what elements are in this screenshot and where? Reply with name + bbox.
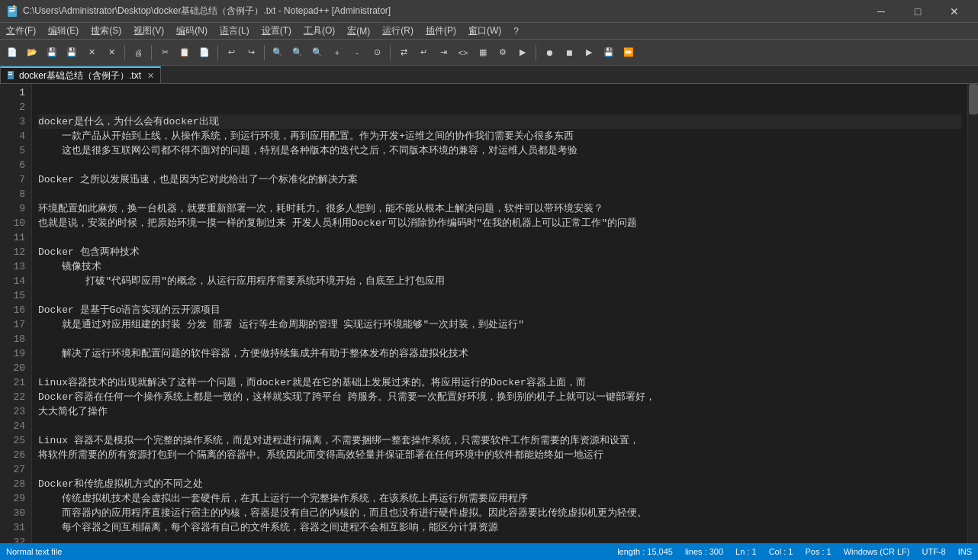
code-line: 也就是说，安装的时候，把原始环境一摸一样的复制过来 开发人员利用Docker可以… [38,216,961,230]
tb-indent[interactable]: ⇥ [434,43,452,62]
svg-rect-5 [8,71,14,79]
menu-file[interactable]: 文件(F) [0,23,42,39]
tb-play[interactable]: ▶ [580,43,598,62]
tb-find[interactable]: 🔍 [269,43,287,62]
tab-close-button[interactable]: ✕ [147,71,154,81]
line-number: 11 [3,230,25,245]
code-line: 大大简化了操作 [38,404,961,419]
file-tab-icon [7,71,16,80]
minimize-button[interactable]: ─ [864,0,899,23]
tb-zoomout[interactable]: - [348,43,366,62]
status-left: Normal text file [6,547,62,556]
tb-wrap[interactable]: ↵ [414,43,433,62]
code-line: Docker 之所以发展迅速，也是因为它对此给出了一个标准化的解决方案 [38,172,961,187]
tb-xml[interactable]: <> [454,43,472,62]
tb-cut[interactable]: ✂ [156,43,174,62]
tb-zoomin[interactable]: + [328,43,346,62]
svg-rect-4 [13,5,15,8]
menu-tools[interactable]: 工具(O) [298,23,341,39]
menu-plugins[interactable]: 插件(P) [420,23,462,39]
menu-run[interactable]: 运行(R) [376,23,420,39]
tb-saveall[interactable]: 💾 [63,43,81,62]
tb-sync[interactable]: ⇄ [394,43,413,62]
tb-record[interactable]: ⏺ [540,43,558,62]
tb-redo[interactable]: ↪ [242,43,260,62]
line-number: 25 [3,433,25,448]
line-number: 7 [3,172,25,187]
line-number: 1 [3,85,25,100]
tb-save-macro[interactable]: 💾 [600,43,618,62]
vertical-scrollbar[interactable] [967,84,978,543]
menu-help[interactable]: ? [507,23,525,39]
status-length: length : 15,045 [617,547,673,556]
tb-print[interactable]: 🖨 [129,43,147,62]
line-number: 10 [3,216,25,230]
line-number: 12 [3,245,25,259]
svg-rect-1 [9,8,15,9]
status-bar: Normal text file length : 15,045 lines :… [0,543,978,560]
code-line: Docker容器在任何一个操作系统上都是一致的，这样就实现了跨平台 跨服务。只需… [38,390,961,404]
code-line: Linux容器技术的出现就解决了这样一个问题，而docker就是在它的基础上发展… [38,375,961,390]
menu-macro[interactable]: 宏(M) [341,23,376,39]
line-number: 31 [3,520,25,535]
line-number: 24 [3,419,25,433]
menu-search[interactable]: 搜索(S) [85,23,127,39]
svg-rect-7 [8,74,12,75]
tb-close[interactable]: ✕ [82,43,101,62]
status-file-type: Normal text file [6,547,62,556]
code-line: 一款产品从开始到上线，从操作系统，到运行环境，再到应用配置。作为开发+运维之间的… [38,129,961,143]
tb-run-macro[interactable]: ⏩ [619,43,638,62]
menu-encode[interactable]: 编码(N) [170,23,214,39]
tb-paste[interactable]: 📄 [195,43,214,62]
line-number: 14 [3,274,25,288]
line-number: 20 [3,361,25,375]
line-number: 30 [3,506,25,520]
code-line [38,419,961,433]
code-line [38,187,961,201]
code-line [38,462,961,477]
tb-copy[interactable]: 📋 [175,43,194,62]
menu-window[interactable]: 窗口(W) [462,23,507,39]
status-line-ending: Windows (CR LF) [844,547,910,556]
line-number: 6 [3,158,25,172]
tb-block[interactable]: ▦ [474,43,492,62]
scrollbar-thumb[interactable] [969,84,978,114]
tb-new[interactable]: 📄 [3,43,21,62]
tb-stop[interactable]: ⏹ [560,43,578,62]
code-area[interactable]: docker是什么，为什么会有docker出现 一款产品从开始到上线，从操作系统… [32,84,967,543]
line-number: 15 [3,288,25,303]
menu-settings[interactable]: 设置(T) [256,23,298,39]
tb-zoomreset[interactable]: ⊙ [368,43,386,62]
notepad-icon [6,5,18,18]
menu-language[interactable]: 语言(L) [214,23,256,39]
maximize-button[interactable]: □ [900,0,935,23]
line-numbers: 1234567891011121314151617181920212223242… [0,84,32,543]
status-right: length : 15,045 lines : 300 Ln : 1 Col :… [617,547,972,556]
toolbar-separator-4 [264,45,265,60]
line-number: 9 [3,201,25,216]
code-line: 传统虚拟机技术是会虚拟出一套硬件后，在其上运行一个完整操作系统，在该系统上再运行… [38,491,961,506]
tb-undo[interactable]: ↩ [222,43,240,62]
svg-rect-3 [9,11,14,12]
code-line: 环境配置如此麻烦，换一台机器，就要重新部署一次，耗时耗力。很多人想到，能不能从根… [38,201,961,216]
code-line [38,361,961,375]
menu-bar: 文件(F) 编辑(E) 搜索(S) 视图(V) 编码(N) 语言(L) 设置(T… [0,23,978,40]
menu-view[interactable]: 视图(V) [127,23,170,39]
tb-run[interactable]: ▶ [513,43,532,62]
tb-findnext[interactable]: 🔍 [288,43,307,62]
tb-open[interactable]: 📂 [23,43,41,62]
status-ln: Ln : 1 [735,547,757,556]
line-number: 19 [3,346,25,361]
tb-macro[interactable]: ⚙ [494,43,512,62]
line-number: 23 [3,404,25,419]
menu-edit[interactable]: 编辑(E) [42,23,85,39]
code-line: Linux 容器不是模拟一个完整的操作系统，而是对进程进行隔离，不需要捆绑一整套… [38,433,961,448]
tb-findprev[interactable]: 🔍 [308,43,327,62]
file-tab[interactable]: docker基础总结（含例子）.txt ✕ [0,66,161,83]
close-button[interactable]: ✕ [937,0,972,23]
tab-label: docker基础总结（含例子）.txt [19,69,141,82]
code-line: 这也是很多互联网公司都不得不面对的问题，特别是各种版本的迭代之后，不同版本环境的… [38,143,961,158]
tb-save[interactable]: 💾 [43,43,61,62]
tb-closeall[interactable]: ✕ [102,43,121,62]
code-line: Docker和传统虚拟机方式的不同之处 [38,477,961,491]
